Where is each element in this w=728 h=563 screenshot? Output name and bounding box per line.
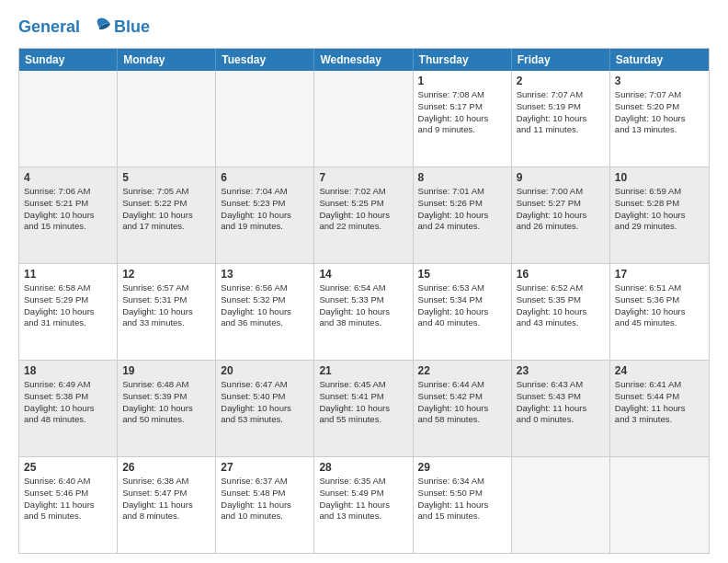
day-info-15: Sunrise: 6:53 AM Sunset: 5:34 PM Dayligh… bbox=[418, 282, 506, 329]
day-number-7: 7 bbox=[319, 171, 407, 184]
day-number-5: 5 bbox=[122, 171, 210, 184]
empty-cell bbox=[610, 457, 709, 553]
weekday-header-wednesday: Wednesday bbox=[314, 49, 413, 71]
day-info-12: Sunrise: 6:57 AM Sunset: 5:31 PM Dayligh… bbox=[122, 282, 210, 329]
logo-text: General bbox=[18, 15, 112, 40]
day-number-1: 1 bbox=[418, 75, 506, 87]
day-number-26: 26 bbox=[122, 461, 210, 474]
day-info-10: Sunrise: 6:59 AM Sunset: 5:28 PM Dayligh… bbox=[615, 186, 704, 233]
logo-blue: Blue bbox=[114, 18, 150, 37]
day-info-13: Sunrise: 6:56 AM Sunset: 5:32 PM Dayligh… bbox=[221, 282, 309, 329]
day-cell-5: 5Sunrise: 7:05 AM Sunset: 5:22 PM Daylig… bbox=[118, 167, 216, 263]
day-number-12: 12 bbox=[122, 268, 210, 281]
day-number-19: 19 bbox=[122, 364, 210, 377]
day-info-21: Sunrise: 6:45 AM Sunset: 5:41 PM Dayligh… bbox=[319, 379, 407, 426]
day-cell-14: 14Sunrise: 6:54 AM Sunset: 5:33 PM Dayli… bbox=[314, 264, 413, 360]
empty-cell bbox=[118, 71, 216, 167]
page-header: General Blue bbox=[18, 15, 710, 40]
day-info-25: Sunrise: 6:40 AM Sunset: 5:46 PM Dayligh… bbox=[24, 476, 112, 523]
calendar-row-1: 4Sunrise: 7:06 AM Sunset: 5:21 PM Daylig… bbox=[19, 167, 709, 263]
day-cell-12: 12Sunrise: 6:57 AM Sunset: 5:31 PM Dayli… bbox=[118, 264, 216, 360]
day-cell-8: 8Sunrise: 7:01 AM Sunset: 5:26 PM Daylig… bbox=[414, 167, 512, 263]
day-cell-2: 2Sunrise: 7:07 AM Sunset: 5:19 PM Daylig… bbox=[512, 71, 610, 167]
day-cell-9: 9Sunrise: 7:00 AM Sunset: 5:27 PM Daylig… bbox=[512, 167, 610, 263]
day-number-23: 23 bbox=[517, 364, 605, 377]
weekday-header-thursday: Thursday bbox=[414, 49, 512, 71]
day-cell-3: 3Sunrise: 7:07 AM Sunset: 5:20 PM Daylig… bbox=[610, 71, 709, 167]
day-number-9: 9 bbox=[517, 171, 605, 184]
day-number-13: 13 bbox=[221, 268, 309, 281]
day-cell-11: 11Sunrise: 6:58 AM Sunset: 5:29 PM Dayli… bbox=[19, 264, 118, 360]
day-cell-10: 10Sunrise: 6:59 AM Sunset: 5:28 PM Dayli… bbox=[610, 167, 709, 263]
day-cell-15: 15Sunrise: 6:53 AM Sunset: 5:34 PM Dayli… bbox=[414, 264, 512, 360]
day-info-29: Sunrise: 6:34 AM Sunset: 5:50 PM Dayligh… bbox=[418, 476, 506, 523]
day-number-10: 10 bbox=[615, 171, 704, 184]
day-number-15: 15 bbox=[418, 268, 506, 281]
empty-cell bbox=[314, 71, 413, 167]
day-number-18: 18 bbox=[24, 364, 112, 377]
day-number-4: 4 bbox=[24, 171, 112, 184]
day-info-16: Sunrise: 6:52 AM Sunset: 5:35 PM Dayligh… bbox=[517, 282, 605, 329]
day-info-22: Sunrise: 6:44 AM Sunset: 5:42 PM Dayligh… bbox=[418, 379, 506, 426]
day-cell-6: 6Sunrise: 7:04 AM Sunset: 5:23 PM Daylig… bbox=[216, 167, 314, 263]
logo-bird-icon bbox=[86, 15, 112, 40]
day-cell-23: 23Sunrise: 6:43 AM Sunset: 5:43 PM Dayli… bbox=[512, 361, 610, 456]
empty-cell bbox=[512, 457, 610, 553]
day-number-8: 8 bbox=[418, 171, 506, 184]
day-info-28: Sunrise: 6:35 AM Sunset: 5:49 PM Dayligh… bbox=[319, 476, 407, 523]
day-cell-18: 18Sunrise: 6:49 AM Sunset: 5:38 PM Dayli… bbox=[19, 361, 118, 456]
day-info-8: Sunrise: 7:01 AM Sunset: 5:26 PM Dayligh… bbox=[418, 186, 506, 233]
day-info-3: Sunrise: 7:07 AM Sunset: 5:20 PM Dayligh… bbox=[615, 89, 704, 136]
day-number-21: 21 bbox=[319, 364, 407, 377]
day-number-6: 6 bbox=[221, 171, 309, 184]
day-number-16: 16 bbox=[517, 268, 605, 281]
weekday-header-sunday: Sunday bbox=[19, 49, 118, 71]
day-info-7: Sunrise: 7:02 AM Sunset: 5:25 PM Dayligh… bbox=[319, 186, 407, 233]
day-info-17: Sunrise: 6:51 AM Sunset: 5:36 PM Dayligh… bbox=[615, 282, 704, 329]
empty-cell bbox=[19, 71, 118, 167]
weekday-header-friday: Friday bbox=[512, 49, 610, 71]
day-cell-28: 28Sunrise: 6:35 AM Sunset: 5:49 PM Dayli… bbox=[314, 457, 413, 553]
day-cell-26: 26Sunrise: 6:38 AM Sunset: 5:47 PM Dayli… bbox=[118, 457, 216, 553]
day-number-2: 2 bbox=[517, 75, 605, 87]
day-cell-7: 7Sunrise: 7:02 AM Sunset: 5:25 PM Daylig… bbox=[314, 167, 413, 263]
day-info-5: Sunrise: 7:05 AM Sunset: 5:22 PM Dayligh… bbox=[122, 186, 210, 233]
calendar-row-3: 18Sunrise: 6:49 AM Sunset: 5:38 PM Dayli… bbox=[19, 360, 709, 456]
calendar: SundayMondayTuesdayWednesdayThursdayFrid… bbox=[18, 48, 710, 554]
day-info-19: Sunrise: 6:48 AM Sunset: 5:39 PM Dayligh… bbox=[122, 379, 210, 426]
weekday-header-saturday: Saturday bbox=[610, 49, 709, 71]
day-cell-25: 25Sunrise: 6:40 AM Sunset: 5:46 PM Dayli… bbox=[19, 457, 118, 553]
day-number-28: 28 bbox=[319, 461, 407, 474]
empty-cell bbox=[216, 71, 314, 167]
calendar-row-0: 1Sunrise: 7:08 AM Sunset: 5:17 PM Daylig… bbox=[19, 71, 709, 167]
day-number-24: 24 bbox=[615, 364, 704, 377]
day-cell-21: 21Sunrise: 6:45 AM Sunset: 5:41 PM Dayli… bbox=[314, 361, 413, 456]
day-cell-29: 29Sunrise: 6:34 AM Sunset: 5:50 PM Dayli… bbox=[414, 457, 512, 553]
day-info-26: Sunrise: 6:38 AM Sunset: 5:47 PM Dayligh… bbox=[122, 476, 210, 523]
day-cell-20: 20Sunrise: 6:47 AM Sunset: 5:40 PM Dayli… bbox=[216, 361, 314, 456]
day-number-25: 25 bbox=[24, 461, 112, 474]
day-number-14: 14 bbox=[319, 268, 407, 281]
day-number-17: 17 bbox=[615, 268, 704, 281]
day-info-18: Sunrise: 6:49 AM Sunset: 5:38 PM Dayligh… bbox=[24, 379, 112, 426]
day-cell-16: 16Sunrise: 6:52 AM Sunset: 5:35 PM Dayli… bbox=[512, 264, 610, 360]
calendar-row-2: 11Sunrise: 6:58 AM Sunset: 5:29 PM Dayli… bbox=[19, 263, 709, 360]
day-info-4: Sunrise: 7:06 AM Sunset: 5:21 PM Dayligh… bbox=[24, 186, 112, 233]
day-cell-22: 22Sunrise: 6:44 AM Sunset: 5:42 PM Dayli… bbox=[414, 361, 512, 456]
day-info-2: Sunrise: 7:07 AM Sunset: 5:19 PM Dayligh… bbox=[517, 89, 605, 136]
day-number-22: 22 bbox=[418, 364, 506, 377]
weekday-header-monday: Monday bbox=[118, 49, 216, 71]
day-number-20: 20 bbox=[221, 364, 309, 377]
calendar-header: SundayMondayTuesdayWednesdayThursdayFrid… bbox=[19, 49, 709, 71]
day-cell-1: 1Sunrise: 7:08 AM Sunset: 5:17 PM Daylig… bbox=[414, 71, 512, 167]
calendar-row-4: 25Sunrise: 6:40 AM Sunset: 5:46 PM Dayli… bbox=[19, 456, 709, 553]
weekday-header-tuesday: Tuesday bbox=[216, 49, 314, 71]
calendar-body: 1Sunrise: 7:08 AM Sunset: 5:17 PM Daylig… bbox=[19, 71, 709, 553]
day-info-23: Sunrise: 6:43 AM Sunset: 5:43 PM Dayligh… bbox=[517, 379, 605, 426]
day-number-29: 29 bbox=[418, 461, 506, 474]
day-info-9: Sunrise: 7:00 AM Sunset: 5:27 PM Dayligh… bbox=[517, 186, 605, 233]
day-cell-27: 27Sunrise: 6:37 AM Sunset: 5:48 PM Dayli… bbox=[216, 457, 314, 553]
day-cell-4: 4Sunrise: 7:06 AM Sunset: 5:21 PM Daylig… bbox=[19, 167, 118, 263]
day-number-11: 11 bbox=[24, 268, 112, 281]
day-info-24: Sunrise: 6:41 AM Sunset: 5:44 PM Dayligh… bbox=[615, 379, 704, 426]
